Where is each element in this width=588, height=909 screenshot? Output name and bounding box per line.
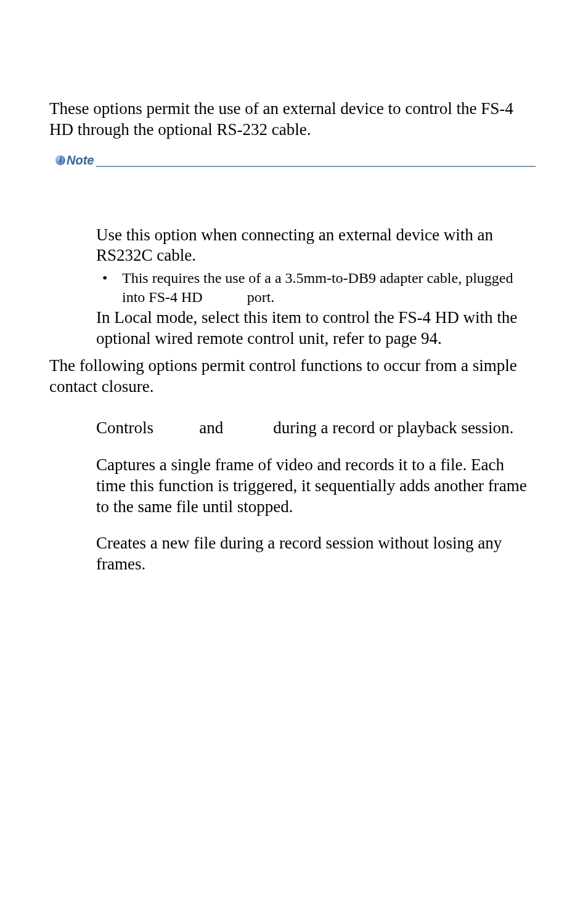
pause-pre: Controls [96, 418, 153, 437]
newfile-body: Creates a new file during a record sessi… [96, 533, 536, 575]
pause-section: Controls and during a record or playback… [49, 418, 536, 439]
rs232c-description: Use this option when connecting an exter… [96, 226, 493, 265]
note-label: i Note [54, 152, 95, 168]
info-icon: i [55, 155, 65, 165]
rs232c-bullet-list: This requires the use of a a 3.5mm-to-DB… [96, 269, 536, 306]
intro-paragraph: These options permit the use of an exter… [49, 99, 536, 141]
page-root: These options permit the use of an exter… [0, 0, 588, 909]
mid-paragraph: The following options permit control fun… [49, 356, 536, 397]
rs232c-bullet-item: This requires the use of a a 3.5mm-to-DB… [96, 269, 536, 306]
note-underline [96, 166, 536, 167]
note-callout: i Note [54, 152, 536, 168]
snap-body: Captures a single frame of video and rec… [96, 455, 536, 517]
rs232c-bullet-post: port. [247, 289, 275, 305]
pause-body: Controls and during a record or playback… [96, 418, 536, 439]
rs232c-local-mode: In Local mode, select this item to contr… [96, 308, 517, 348]
note-header: i Note [54, 152, 536, 168]
pause-post: during a record or playback session. [273, 418, 513, 437]
rs232c-body: Use this option when connecting an exter… [96, 225, 536, 349]
pause-mid: and [199, 418, 223, 437]
note-text: Note [67, 153, 94, 168]
rs232c-bullet-pre: This requires the use of a a 3.5mm-to-DB… [122, 270, 513, 305]
rs232c-section: Use this option when connecting an exter… [49, 225, 536, 349]
newfile-section: Creates a new file during a record sessi… [49, 533, 536, 575]
snap-section: Captures a single frame of video and rec… [49, 455, 536, 517]
